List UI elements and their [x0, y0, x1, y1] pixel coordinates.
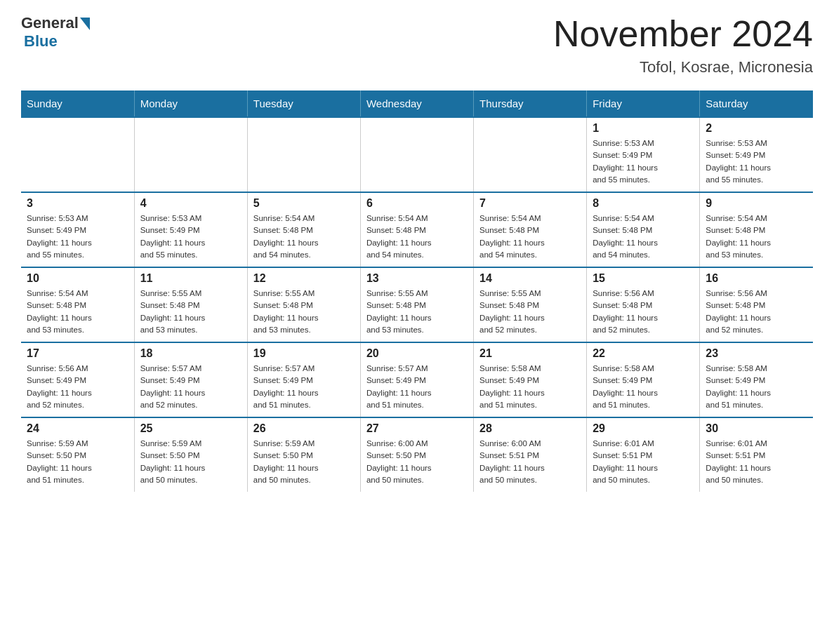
weekday-header-friday: Friday: [587, 90, 700, 117]
calendar-cell: [21, 117, 134, 192]
day-info: Sunrise: 5:57 AMSunset: 5:49 PMDaylight:…: [366, 363, 468, 411]
day-number: 12: [253, 272, 355, 285]
calendar-cell: 20Sunrise: 5:57 AMSunset: 5:49 PMDayligh…: [360, 342, 473, 417]
calendar-cell: [247, 117, 360, 192]
calendar-week-row: 10Sunrise: 5:54 AMSunset: 5:48 PMDayligh…: [21, 267, 813, 342]
day-number: 30: [706, 422, 807, 435]
day-number: 17: [27, 347, 128, 360]
day-number: 11: [140, 272, 241, 285]
day-info: Sunrise: 5:57 AMSunset: 5:49 PMDaylight:…: [140, 363, 241, 411]
calendar-cell: 5Sunrise: 5:54 AMSunset: 5:48 PMDaylight…: [247, 192, 360, 267]
calendar-cell: 16Sunrise: 5:56 AMSunset: 5:48 PMDayligh…: [700, 267, 813, 342]
day-info: Sunrise: 5:53 AMSunset: 5:49 PMDaylight:…: [593, 137, 694, 186]
day-number: 18: [140, 347, 241, 360]
day-number: 7: [479, 197, 581, 210]
calendar-week-row: 1Sunrise: 5:53 AMSunset: 5:49 PMDaylight…: [21, 117, 813, 192]
day-info: Sunrise: 5:53 AMSunset: 5:49 PMDaylight:…: [706, 137, 807, 186]
day-number: 23: [706, 347, 807, 360]
day-number: 9: [706, 197, 807, 210]
calendar-cell: 21Sunrise: 5:58 AMSunset: 5:49 PMDayligh…: [474, 342, 587, 417]
day-info: Sunrise: 5:54 AMSunset: 5:48 PMDaylight:…: [366, 213, 468, 261]
day-number: 8: [593, 197, 694, 210]
day-number: 1: [593, 122, 694, 135]
day-number: 13: [366, 272, 468, 285]
day-number: 24: [27, 422, 128, 435]
day-number: 10: [27, 272, 128, 285]
day-number: 26: [253, 422, 355, 435]
calendar-cell: 1Sunrise: 5:53 AMSunset: 5:49 PMDaylight…: [587, 117, 700, 192]
calendar-cell: 26Sunrise: 5:59 AMSunset: 5:50 PMDayligh…: [247, 417, 360, 492]
calendar-cell: 10Sunrise: 5:54 AMSunset: 5:48 PMDayligh…: [21, 267, 134, 342]
calendar-cell: 7Sunrise: 5:54 AMSunset: 5:48 PMDaylight…: [474, 192, 587, 267]
weekday-header-saturday: Saturday: [700, 90, 813, 117]
logo-general-word: General: [21, 14, 79, 32]
day-number: 2: [706, 122, 807, 135]
calendar-cell: 3Sunrise: 5:53 AMSunset: 5:49 PMDaylight…: [21, 192, 134, 267]
month-title: November 2024: [553, 14, 813, 54]
day-info: Sunrise: 6:00 AMSunset: 5:50 PMDaylight:…: [366, 438, 468, 486]
day-info: Sunrise: 5:54 AMSunset: 5:48 PMDaylight:…: [593, 213, 694, 261]
day-number: 21: [479, 347, 581, 360]
weekday-header-sunday: Sunday: [21, 90, 134, 117]
weekday-header-thursday: Thursday: [474, 90, 587, 117]
day-info: Sunrise: 5:56 AMSunset: 5:48 PMDaylight:…: [706, 288, 807, 336]
day-info: Sunrise: 6:01 AMSunset: 5:51 PMDaylight:…: [706, 438, 807, 486]
calendar-cell: 29Sunrise: 6:01 AMSunset: 5:51 PMDayligh…: [587, 417, 700, 492]
calendar-cell: 14Sunrise: 5:55 AMSunset: 5:48 PMDayligh…: [474, 267, 587, 342]
calendar-cell: [360, 117, 473, 192]
day-info: Sunrise: 5:58 AMSunset: 5:49 PMDaylight:…: [706, 363, 807, 411]
calendar-cell: 12Sunrise: 5:55 AMSunset: 5:48 PMDayligh…: [247, 267, 360, 342]
calendar-cell: 4Sunrise: 5:53 AMSunset: 5:49 PMDaylight…: [134, 192, 247, 267]
day-number: 25: [140, 422, 241, 435]
page-header: General Blue November 2024 Tofol, Kosrae…: [21, 14, 813, 76]
calendar-cell: 19Sunrise: 5:57 AMSunset: 5:49 PMDayligh…: [247, 342, 360, 417]
day-number: 16: [706, 272, 807, 285]
calendar-cell: 17Sunrise: 5:56 AMSunset: 5:49 PMDayligh…: [21, 342, 134, 417]
day-info: Sunrise: 5:55 AMSunset: 5:48 PMDaylight:…: [366, 288, 468, 336]
calendar-cell: 15Sunrise: 5:56 AMSunset: 5:48 PMDayligh…: [587, 267, 700, 342]
logo-arrow-icon: [80, 18, 90, 30]
day-number: 14: [479, 272, 581, 285]
day-number: 6: [366, 197, 468, 210]
day-info: Sunrise: 5:54 AMSunset: 5:48 PMDaylight:…: [27, 288, 128, 336]
title-area: November 2024 Tofol, Kosrae, Micronesia: [553, 14, 813, 76]
day-info: Sunrise: 5:54 AMSunset: 5:48 PMDaylight:…: [479, 213, 581, 261]
calendar-cell: 13Sunrise: 5:55 AMSunset: 5:48 PMDayligh…: [360, 267, 473, 342]
calendar-week-row: 24Sunrise: 5:59 AMSunset: 5:50 PMDayligh…: [21, 417, 813, 492]
calendar-cell: 2Sunrise: 5:53 AMSunset: 5:49 PMDaylight…: [700, 117, 813, 192]
calendar-table: SundayMondayTuesdayWednesdayThursdayFrid…: [21, 90, 813, 492]
day-number: 4: [140, 197, 241, 210]
calendar-header-row: SundayMondayTuesdayWednesdayThursdayFrid…: [21, 90, 813, 117]
day-number: 28: [479, 422, 581, 435]
calendar-week-row: 3Sunrise: 5:53 AMSunset: 5:49 PMDaylight…: [21, 192, 813, 267]
day-number: 22: [593, 347, 694, 360]
weekday-header-wednesday: Wednesday: [360, 90, 473, 117]
day-number: 20: [366, 347, 468, 360]
calendar-cell: 28Sunrise: 6:00 AMSunset: 5:51 PMDayligh…: [474, 417, 587, 492]
day-info: Sunrise: 5:55 AMSunset: 5:48 PMDaylight:…: [253, 288, 355, 336]
calendar-cell: 25Sunrise: 5:59 AMSunset: 5:50 PMDayligh…: [134, 417, 247, 492]
day-number: 15: [593, 272, 694, 285]
logo: General Blue: [21, 14, 90, 51]
day-info: Sunrise: 6:01 AMSunset: 5:51 PMDaylight:…: [593, 438, 694, 486]
day-number: 5: [253, 197, 355, 210]
day-info: Sunrise: 5:54 AMSunset: 5:48 PMDaylight:…: [253, 213, 355, 261]
day-info: Sunrise: 5:55 AMSunset: 5:48 PMDaylight:…: [479, 288, 581, 336]
calendar-cell: 22Sunrise: 5:58 AMSunset: 5:49 PMDayligh…: [587, 342, 700, 417]
day-info: Sunrise: 5:56 AMSunset: 5:49 PMDaylight:…: [27, 363, 128, 411]
day-info: Sunrise: 5:56 AMSunset: 5:48 PMDaylight:…: [593, 288, 694, 336]
day-info: Sunrise: 5:57 AMSunset: 5:49 PMDaylight:…: [253, 363, 355, 411]
logo-general-text: General: [21, 14, 90, 32]
calendar-cell: 9Sunrise: 5:54 AMSunset: 5:48 PMDaylight…: [700, 192, 813, 267]
weekday-header-monday: Monday: [134, 90, 247, 117]
day-number: 19: [253, 347, 355, 360]
calendar-cell: 27Sunrise: 6:00 AMSunset: 5:50 PMDayligh…: [360, 417, 473, 492]
day-info: Sunrise: 6:00 AMSunset: 5:51 PMDaylight:…: [479, 438, 581, 486]
calendar-week-row: 17Sunrise: 5:56 AMSunset: 5:49 PMDayligh…: [21, 342, 813, 417]
day-number: 29: [593, 422, 694, 435]
calendar-cell: 30Sunrise: 6:01 AMSunset: 5:51 PMDayligh…: [700, 417, 813, 492]
calendar-cell: [134, 117, 247, 192]
calendar-cell: 23Sunrise: 5:58 AMSunset: 5:49 PMDayligh…: [700, 342, 813, 417]
day-number: 27: [366, 422, 468, 435]
weekday-header-tuesday: Tuesday: [247, 90, 360, 117]
